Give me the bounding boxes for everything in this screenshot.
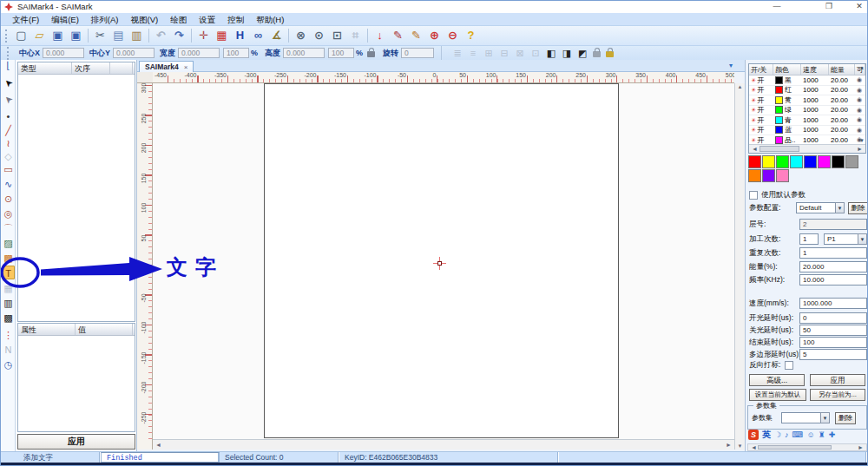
tab-close-icon[interactable]: × bbox=[184, 63, 188, 71]
pen-row[interactable]: ☀开红100020.00◉ bbox=[749, 86, 865, 96]
mark-icon[interactable]: ↓ bbox=[371, 28, 389, 43]
param-field[interactable]: 20.000 bbox=[799, 261, 867, 272]
reverse-mark-checkbox[interactable] bbox=[785, 361, 793, 370]
align-vertical-icon[interactable]: ≡ bbox=[465, 48, 481, 58]
palette-swatch-8[interactable] bbox=[748, 169, 761, 182]
rotate-field[interactable]: 0 bbox=[401, 48, 434, 58]
palette-swatch-4[interactable] bbox=[804, 155, 817, 168]
menu-item-6[interactable]: 控制 bbox=[221, 13, 250, 26]
paramset-select[interactable]: ▼ bbox=[781, 412, 830, 423]
mirror-h-icon[interactable]: ⊠ bbox=[512, 48, 528, 59]
lock-icon[interactable] bbox=[593, 51, 601, 57]
ungroup-icon[interactable]: ◨ bbox=[559, 48, 575, 59]
apply-params-button[interactable]: 应用 bbox=[810, 374, 865, 386]
circle-tool[interactable]: ⊙ bbox=[2, 192, 15, 206]
v-scrollbar[interactable]: ▲ ▼ bbox=[734, 83, 745, 450]
polygon-tool[interactable]: ◇ bbox=[2, 149, 15, 163]
palette-swatch-2[interactable] bbox=[776, 155, 789, 168]
sogou-logo-icon[interactable]: S bbox=[748, 430, 759, 440]
param-field[interactable]: 5 bbox=[799, 349, 867, 360]
moon-icon[interactable]: ☽ bbox=[774, 430, 781, 439]
person-icon[interactable]: ☺ bbox=[807, 430, 815, 439]
palette-swatch-7[interactable] bbox=[845, 155, 858, 168]
chevron-down-icon[interactable]: ▼ bbox=[835, 202, 845, 213]
pen-adjust-icon[interactable]: ✛ bbox=[194, 28, 213, 43]
param-combo[interactable]: P1▼ bbox=[824, 233, 867, 245]
param-field[interactable]: 0 bbox=[799, 312, 867, 324]
scroll-left-icon[interactable]: ◄ bbox=[155, 440, 161, 450]
hatch-edit-tool[interactable]: ▦ bbox=[2, 281, 15, 295]
undo-icon[interactable]: ↶ bbox=[152, 28, 170, 43]
height-field[interactable]: 0.000 bbox=[283, 48, 325, 58]
scroll-right-icon[interactable]: ► bbox=[726, 440, 732, 450]
height-pct-field[interactable]: 100 bbox=[328, 48, 354, 58]
copy-icon[interactable]: ▤ bbox=[109, 28, 128, 43]
help-icon[interactable]: ? bbox=[462, 28, 480, 43]
scroll-down-icon[interactable]: ▼ bbox=[735, 443, 745, 449]
param-field[interactable]: 100 bbox=[799, 337, 867, 348]
node-edit-tool[interactable]: ⌊ bbox=[2, 58, 15, 72]
scroll-thumb[interactable] bbox=[760, 146, 799, 152]
param-field[interactable]: 1 bbox=[799, 247, 867, 259]
center-y-field[interactable]: 0.000 bbox=[113, 48, 155, 58]
set-default-button[interactable]: 设置当前为默认 bbox=[749, 389, 806, 401]
param-field[interactable]: 1 bbox=[799, 233, 819, 245]
palette-swatch-3[interactable] bbox=[790, 155, 803, 168]
arc-tool[interactable]: ⌒ bbox=[2, 221, 15, 235]
paste-icon[interactable]: ▥ bbox=[128, 28, 146, 43]
combine-icon[interactable]: ◩ bbox=[575, 48, 590, 59]
zoom-out-icon[interactable]: ⊖ bbox=[444, 28, 462, 43]
menu-item-4[interactable]: 绘图 bbox=[164, 13, 193, 26]
save-as-button[interactable]: 另存当前为... bbox=[810, 389, 865, 401]
menu-item-2[interactable]: 排列(A) bbox=[85, 13, 125, 26]
pen-row[interactable]: ☀开蓝100020.00◉ bbox=[749, 126, 865, 136]
n-tool[interactable]: N bbox=[2, 343, 15, 357]
tab-dropdown-icon[interactable]: ▾ bbox=[729, 62, 733, 69]
bitmap-tool[interactable]: ▨ bbox=[2, 236, 15, 250]
palette-swatch-0[interactable] bbox=[748, 155, 761, 168]
new-file-icon[interactable]: ▢ bbox=[12, 28, 30, 43]
ellipse-tool[interactable]: ◎ bbox=[2, 207, 15, 220]
pen-scroll-up-icon[interactable]: ▲ bbox=[859, 65, 865, 70]
hatch-icon[interactable]: ▦ bbox=[213, 28, 231, 43]
menu-item-1[interactable]: 编辑(E) bbox=[45, 13, 85, 26]
param-field[interactable]: 1000.000 bbox=[799, 298, 867, 309]
advanced-button[interactable]: 高级... bbox=[749, 374, 805, 386]
palette-swatch-10[interactable] bbox=[776, 169, 789, 182]
mark-pen1-icon[interactable]: ✎ bbox=[389, 28, 407, 43]
width-pct-field[interactable]: 100 bbox=[223, 48, 249, 58]
open-file-icon[interactable]: ▱ bbox=[30, 28, 49, 43]
apply-button[interactable]: 应用 bbox=[17, 434, 135, 450]
zoom-in-icon[interactable]: ⊕ bbox=[425, 28, 444, 43]
rect-tool[interactable]: ▭ bbox=[2, 162, 15, 176]
delete-config-button[interactable]: 删除 bbox=[848, 202, 868, 214]
palette-swatch-5[interactable] bbox=[818, 155, 831, 168]
center-x-field[interactable]: 0.000 bbox=[43, 48, 84, 58]
delete-paramset-button[interactable]: 删除 bbox=[835, 412, 856, 424]
keyboard-icon[interactable]: ⌨ bbox=[792, 430, 804, 439]
measure-icon[interactable]: ∡ bbox=[267, 28, 286, 43]
pen-row[interactable]: ☀开绿100020.00◉ bbox=[749, 106, 865, 116]
scroll-up-icon[interactable]: ▲ bbox=[735, 84, 745, 89]
pick-icon[interactable]: ⊙ bbox=[310, 28, 328, 43]
polyline-tool[interactable]: ≀ bbox=[2, 136, 15, 150]
ime-mode-indicator[interactable]: 英 bbox=[762, 429, 771, 441]
chevron-down-icon[interactable]: ▼ bbox=[858, 233, 867, 245]
canvas[interactable] bbox=[153, 83, 734, 439]
cut-icon[interactable]: ✂ bbox=[91, 28, 109, 43]
preview-icon[interactable]: ∞ bbox=[249, 28, 267, 43]
size-match-icon[interactable]: ⊟ bbox=[496, 48, 512, 59]
line-tool[interactable]: ╱ bbox=[2, 123, 15, 137]
menu-item-7[interactable]: 帮助(H) bbox=[250, 13, 290, 26]
barcode-tool[interactable]: ▥ bbox=[2, 296, 15, 310]
param-field[interactable]: 10.000 bbox=[799, 274, 867, 286]
dots-tool[interactable]: ⋮ bbox=[2, 328, 15, 342]
distribute-icon[interactable]: ⊞ bbox=[481, 48, 496, 59]
width-field[interactable]: 0.000 bbox=[178, 48, 220, 58]
text-tool[interactable]: T bbox=[2, 266, 15, 279]
param-config-select[interactable]: Default ▼ bbox=[796, 202, 845, 213]
more-icon[interactable]: ✚ bbox=[829, 430, 836, 439]
palette-swatch-9[interactable] bbox=[762, 169, 775, 182]
wave-tool[interactable]: ∿ bbox=[2, 177, 15, 191]
pen-row[interactable]: ☀开青100020.00◉ bbox=[749, 115, 865, 126]
